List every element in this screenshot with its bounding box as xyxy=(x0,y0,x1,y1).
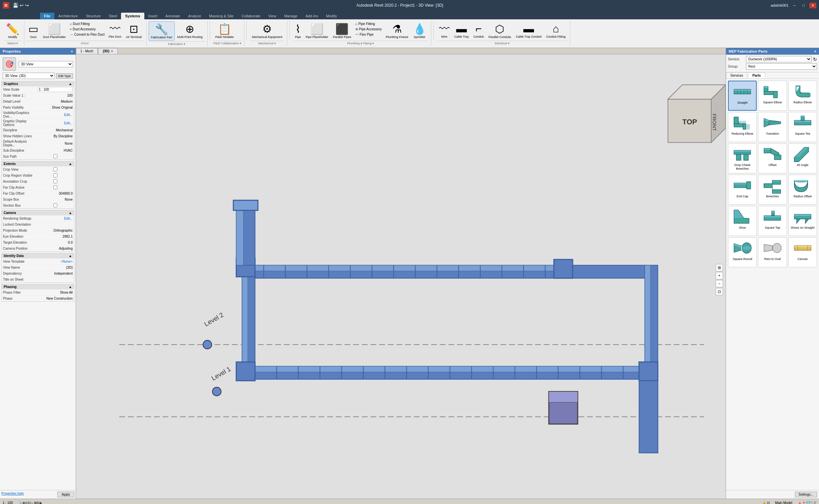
sprinkler-tool[interactable]: 💧 Sprinkler xyxy=(411,21,428,40)
pipe-fitting-tool[interactable]: ⌂ Pipe Fitting xyxy=(354,21,383,26)
apply-button[interactable]: Apply xyxy=(57,492,74,497)
vg-overrides-button[interactable]: Edit... xyxy=(38,113,73,117)
mechanical-equipment-tool[interactable]: ⚙ Mechanical Equipment xyxy=(250,21,284,40)
viewport-tab-3d-close[interactable]: ✕ xyxy=(111,50,113,53)
annotation-crop-checkbox[interactable] xyxy=(38,179,73,183)
flex-pipe-tool[interactable]: 〰 Flex Pipe xyxy=(354,32,383,37)
part-end-cap[interactable]: End Cap xyxy=(728,175,757,205)
tab-systems[interactable]: Systems xyxy=(121,13,144,19)
duct-placeholder-tool[interactable]: ⬜ Duct Placeholder xyxy=(41,21,68,40)
rendering-settings-button[interactable]: Edit... xyxy=(38,217,73,220)
view-type-select[interactable]: 3D View: (3D) xyxy=(3,73,55,79)
convert-flex-tool[interactable]: → Convert to Flex Duct xyxy=(69,32,106,37)
view-template-button[interactable]: <None> xyxy=(38,260,73,263)
part-reducing-elbow[interactable]: Reducing Elbow xyxy=(728,112,757,142)
multipoint-routing-tool[interactable]: ⊕ Multi-Point Routing xyxy=(175,21,205,40)
tab-annotate[interactable]: Annotate xyxy=(161,13,184,19)
tab-view[interactable]: View xyxy=(264,13,280,19)
part-drop-cheek-breeches[interactable]: Drop Cheek Breeches xyxy=(728,143,757,173)
graphic-display-button[interactable]: Edit... xyxy=(38,121,73,125)
service-refresh-icon[interactable]: ↻ xyxy=(813,57,817,62)
pipe-tool[interactable]: ⌇ Pipe xyxy=(293,21,303,40)
zoom-in-tool[interactable]: + xyxy=(716,272,723,279)
window-close[interactable]: ✕ xyxy=(809,3,816,8)
crop-region-checkbox[interactable] xyxy=(38,173,73,177)
part-shoes-straight[interactable]: Shoes on Straight xyxy=(788,206,817,236)
zoom-out-tool[interactable]: − xyxy=(716,280,723,287)
tab-modify[interactable]: Modify xyxy=(322,13,341,19)
paid-modeler-tool[interactable]: 📋 P&ID Modeler xyxy=(213,21,236,40)
tab-structure[interactable]: Structure xyxy=(82,13,105,19)
window-maximize[interactable]: □ xyxy=(800,3,807,8)
parallel-pipes-tool[interactable]: ⬛ Parallel Pipes xyxy=(331,21,353,40)
part-square-elbow[interactable]: Square Elbow xyxy=(758,81,787,111)
group-select[interactable]: Rect xyxy=(746,63,817,70)
part-straight[interactable]: Straight xyxy=(728,81,757,111)
type-selector[interactable]: 3D View xyxy=(19,61,73,67)
cable-tray-conduit-tool[interactable]: ▬ Cable Tray Conduit xyxy=(514,21,543,40)
part-offset[interactable]: Offset xyxy=(758,143,787,173)
part-square-tap[interactable]: Square Tap xyxy=(758,206,787,236)
viewport[interactable]: 1 - Mech {3D} ✕ xyxy=(76,48,726,499)
tab-insert[interactable]: Insert xyxy=(144,13,162,19)
crop-view-checkbox[interactable] xyxy=(38,167,73,171)
modify-tool[interactable]: ✏️ Modify xyxy=(4,21,21,40)
window-minimize[interactable]: ─ xyxy=(791,3,798,8)
plumbing-fixture-tool[interactable]: ⚗ Plumbing Fixture xyxy=(384,21,410,40)
part-breeches[interactable]: Breeches xyxy=(758,175,787,205)
conduit-tool[interactable]: ⌐ Conduit xyxy=(471,21,486,40)
zoom-region-tool[interactable]: ⊞ xyxy=(716,264,723,271)
part-rect-to-oval[interactable]: Rect to Oval xyxy=(758,237,787,267)
service-select[interactable]: Ductwork (1000PA) xyxy=(746,56,812,62)
part-canvas[interactable]: Canvas xyxy=(788,237,817,267)
view-scale-input[interactable] xyxy=(38,87,73,92)
part-45-angle[interactable]: 45 Angle xyxy=(788,143,817,173)
air-terminal-tool[interactable]: ⊡ Air Terminal xyxy=(124,21,144,40)
mep-tab-services[interactable]: Services xyxy=(726,72,747,78)
part-radius-elbow[interactable]: Radius Elbow xyxy=(788,81,817,111)
viewport-tab-3d[interactable]: {3D} ✕ xyxy=(98,48,118,54)
pipe-placeholder-tool[interactable]: ⬜ Pipe Placeholder xyxy=(304,21,330,40)
tab-file[interactable]: File xyxy=(40,13,54,19)
properties-close-button[interactable]: × xyxy=(71,49,73,53)
duct-fitting-tool[interactable]: ⌂ Duct Fitting xyxy=(69,21,106,26)
pipe-accessory-tool[interactable]: ≋ Pipe Accessory xyxy=(354,27,383,32)
part-square-tee[interactable]: Square Tee xyxy=(788,112,817,142)
fabrication-part-tool[interactable]: 🔧 Fabrication Part xyxy=(149,21,175,41)
duct-tool[interactable]: ▭ Duct xyxy=(26,21,40,40)
identity-section-header[interactable]: Identity Data ▲ xyxy=(2,253,74,258)
settings-button[interactable]: Settings... xyxy=(795,492,817,497)
duct-accessory-tool[interactable]: ≈ Duct Accessory xyxy=(69,27,106,32)
viewport-tab-mech[interactable]: 1 - Mech xyxy=(76,48,98,54)
mep-panel-close[interactable]: × xyxy=(814,49,816,53)
parallel-conduits-tool[interactable]: ⬡ Parallel Conduits xyxy=(486,21,513,40)
type-dropdown[interactable]: 3D View xyxy=(19,61,73,67)
tab-manage[interactable]: Manage xyxy=(280,13,302,19)
tab-steel[interactable]: Steel xyxy=(105,13,121,19)
mep-tab-parts[interactable]: Parts xyxy=(748,72,765,78)
section-box-checkbox[interactable] xyxy=(38,203,73,207)
part-shoe[interactable]: Shoe xyxy=(728,206,757,236)
sun-path-checkbox[interactable] xyxy=(38,154,73,158)
tab-architecture[interactable]: Architecture xyxy=(54,13,82,19)
undo-icon[interactable]: ↩ xyxy=(20,3,24,8)
fit-view-tool[interactable]: ⊡ xyxy=(716,288,723,295)
extents-section-header[interactable]: Extents ▲ xyxy=(2,161,74,166)
phasing-section-header[interactable]: Phasing ▲ xyxy=(2,284,74,289)
tab-massing[interactable]: Massing & Site xyxy=(205,13,237,19)
cable-tray-tool[interactable]: ▬ Cable Tray xyxy=(452,21,471,40)
save-icon[interactable]: 💾 xyxy=(13,3,18,8)
far-clip-checkbox[interactable] xyxy=(38,185,73,189)
tab-analyze[interactable]: Analyze xyxy=(184,13,205,19)
conduit-fitting-tool[interactable]: ⌂ Conduit Fitting xyxy=(544,21,567,40)
redo-icon[interactable]: ↪ xyxy=(25,3,29,8)
part-radius-offset[interactable]: Radius Offset xyxy=(788,175,817,205)
wire-tool[interactable]: 〰 Wire xyxy=(437,21,452,40)
graphics-section-header[interactable]: Graphics ▲ xyxy=(2,81,74,86)
edit-type-button[interactable]: Edit Type xyxy=(56,73,73,79)
tab-collaborate[interactable]: Collaborate xyxy=(238,13,264,19)
viewport-canvas[interactable]: Level 1 Level 2 TOP FRONT ⊞ + − xyxy=(76,54,726,499)
part-transition[interactable]: Transition xyxy=(758,112,787,142)
tab-addins[interactable]: Add-Ins xyxy=(301,13,322,19)
flex-duct-tool[interactable]: 〰 Flex Duct xyxy=(107,21,123,40)
